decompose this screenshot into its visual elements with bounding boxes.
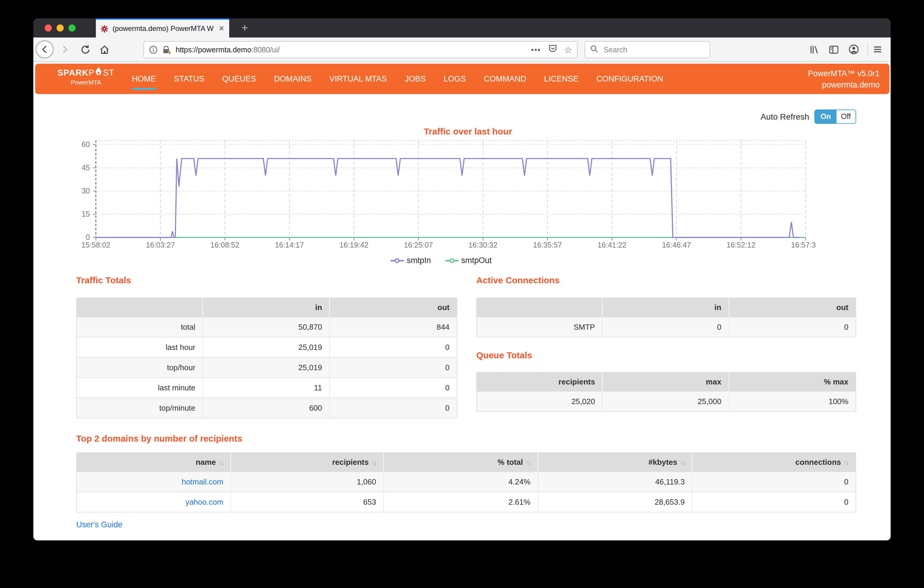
users-guide-link[interactable]: User's Guide bbox=[76, 520, 122, 529]
cell-in: 11 bbox=[203, 378, 330, 398]
version-line: PowerMTA™ v5.0r1 bbox=[808, 68, 879, 79]
auto-refresh-control: Auto Refresh On Off bbox=[761, 109, 856, 124]
nav-item-queues[interactable]: QUEUES bbox=[213, 63, 265, 94]
svg-text:16:41:22: 16:41:22 bbox=[597, 241, 626, 249]
nav-item-domains[interactable]: DOMAINS bbox=[265, 63, 321, 94]
smtpin-marker-icon bbox=[391, 257, 404, 264]
col-connections[interactable]: connections↑↓ bbox=[692, 453, 856, 472]
bookmark-star-icon[interactable]: ☆ bbox=[564, 44, 572, 55]
home-button[interactable] bbox=[95, 41, 113, 58]
table-row: 25,02025,000100% bbox=[477, 391, 856, 412]
col-recipients[interactable]: recipients↑↓ bbox=[231, 453, 383, 472]
nav-item-logs[interactable]: LOGS bbox=[435, 63, 475, 94]
col-connections-label: connections bbox=[795, 458, 841, 466]
sort-icon[interactable]: ↑↓ bbox=[525, 459, 530, 466]
titlebar: (powermta.demo) PowerMTA W ✕ + bbox=[33, 18, 891, 38]
cell-in: 0 bbox=[602, 317, 729, 337]
window-controls bbox=[45, 25, 76, 31]
brand-bold: SPARK bbox=[58, 68, 88, 77]
col-blank bbox=[76, 298, 203, 317]
col-name-label: name bbox=[196, 458, 216, 466]
page-info-icon[interactable] bbox=[149, 45, 158, 54]
table-row: top/hour25,0190 bbox=[76, 357, 457, 378]
nav-item-status[interactable]: STATUS bbox=[165, 63, 213, 94]
col-recipients: recipients bbox=[477, 372, 602, 391]
sort-icon[interactable]: ↑↓ bbox=[218, 459, 223, 466]
minimize-window-button[interactable] bbox=[56, 25, 64, 31]
chart-title: Traffic over last hour bbox=[93, 126, 843, 136]
cell-out: 0 bbox=[729, 317, 856, 337]
active-connections-table: in out SMTP00 bbox=[476, 298, 856, 338]
col-in: in bbox=[203, 298, 330, 317]
svg-text:45: 45 bbox=[82, 163, 90, 172]
table-header-row: in out bbox=[477, 298, 856, 317]
col-blank bbox=[477, 298, 602, 317]
auto-refresh-off-button[interactable]: Off bbox=[836, 110, 856, 123]
cell-recipients: 25,020 bbox=[477, 391, 602, 412]
browser-window: (powermta.demo) PowerMTA W ✕ + bbox=[33, 18, 891, 540]
domain-link-yahoo[interactable]: yahoo.com bbox=[185, 497, 223, 506]
table-header-row: recipients max % max bbox=[477, 372, 856, 391]
nav-item-home[interactable]: HOME bbox=[123, 63, 165, 94]
url-bar[interactable]: https://powermta.demo:8080/ui/ ••• ☆ bbox=[144, 41, 578, 58]
row-label: total bbox=[76, 317, 203, 337]
cell-in: 25,019 bbox=[203, 337, 330, 357]
nav-item-license[interactable]: LICENSE bbox=[535, 63, 587, 94]
svg-text:16:08:52: 16:08:52 bbox=[210, 241, 239, 249]
cell-out: 0 bbox=[330, 337, 457, 357]
browser-tab[interactable]: (powermta.demo) PowerMTA W ✕ bbox=[96, 18, 229, 38]
cell-in: 50,870 bbox=[203, 317, 330, 337]
sidebar-toggle-icon[interactable] bbox=[829, 41, 839, 58]
row-label: top/minute bbox=[76, 398, 203, 418]
cell-recipients: 653 bbox=[231, 492, 383, 512]
sort-icon[interactable]: ↑↓ bbox=[843, 459, 848, 466]
domain-link-hotmail[interactable]: hotmail.com bbox=[182, 477, 223, 486]
insecure-lock-icon[interactable] bbox=[162, 45, 172, 54]
svg-text:16:35:57: 16:35:57 bbox=[533, 241, 562, 249]
legend-smtpin[interactable]: smtpIn bbox=[391, 256, 431, 265]
nav-item-command[interactable]: COMMAND bbox=[475, 63, 535, 94]
menu-icon[interactable] bbox=[873, 41, 882, 58]
nav-item-virtual-mtas[interactable]: VIRTUAL MTAS bbox=[321, 63, 396, 94]
tab-close-icon[interactable]: ✕ bbox=[218, 25, 224, 33]
sort-icon[interactable]: ↑↓ bbox=[680, 459, 685, 466]
col-kbytes[interactable]: #kbytes↑↓ bbox=[538, 453, 692, 472]
url-actions: ••• ☆ bbox=[531, 44, 572, 55]
new-tab-button[interactable]: + bbox=[237, 20, 252, 36]
sparkpost-logo: SPARKPST PowerMTA bbox=[58, 68, 115, 86]
back-button[interactable] bbox=[36, 41, 54, 58]
col-max: max bbox=[602, 372, 729, 391]
reload-button[interactable] bbox=[76, 41, 94, 58]
version-info: PowerMTA™ v5.0r1 powermta.demo bbox=[808, 68, 879, 90]
col-name[interactable]: name↑↓ bbox=[76, 453, 231, 472]
cell-pct-total: 2.61% bbox=[383, 492, 538, 512]
cell-out: 0 bbox=[330, 357, 457, 378]
nav-item-jobs[interactable]: JOBS bbox=[396, 63, 435, 94]
browser-toolbar: https://powermta.demo:8080/ui/ ••• ☆ bbox=[33, 38, 891, 62]
powermta-favicon bbox=[101, 25, 108, 33]
traffic-totals-table: in out total50,870844 last hour25,0190 t… bbox=[76, 298, 457, 418]
nav-item-configuration[interactable]: CONFIGURATION bbox=[587, 63, 672, 94]
brand-p: P bbox=[88, 68, 94, 77]
cell-out: 0 bbox=[330, 398, 457, 418]
forward-button[interactable] bbox=[56, 41, 74, 58]
col-pct-total[interactable]: % total↑↓ bbox=[383, 453, 538, 472]
page-actions-icon[interactable]: ••• bbox=[531, 45, 541, 54]
queue-totals-table: recipients max % max 25,02025,000100% bbox=[476, 372, 856, 412]
close-window-button[interactable] bbox=[45, 25, 52, 31]
pocket-icon[interactable] bbox=[548, 44, 557, 55]
search-input[interactable] bbox=[602, 45, 705, 54]
sort-icon[interactable]: ↑↓ bbox=[371, 459, 376, 466]
account-icon[interactable] bbox=[848, 41, 859, 58]
brand-subtitle: PowerMTA bbox=[58, 78, 115, 86]
legend-smtpout[interactable]: smtpOut bbox=[446, 256, 492, 265]
row-label: last minute bbox=[76, 378, 203, 398]
library-icon[interactable] bbox=[809, 41, 819, 58]
zoom-window-button[interactable] bbox=[68, 25, 76, 31]
col-out: out bbox=[330, 298, 457, 317]
svg-text:16:03:27: 16:03:27 bbox=[146, 241, 175, 249]
auto-refresh-on-button[interactable]: On bbox=[815, 110, 836, 123]
search-bar[interactable] bbox=[585, 41, 710, 58]
table-row: SMTP00 bbox=[477, 317, 856, 337]
auto-refresh-label: Auto Refresh bbox=[761, 112, 809, 122]
